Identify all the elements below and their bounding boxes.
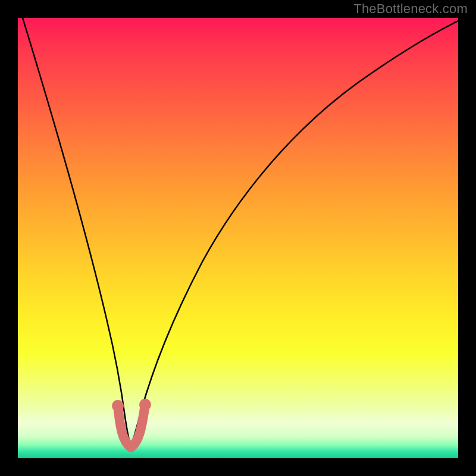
- svg-point-0: [117, 405, 119, 407]
- chart-frame: TheBottleneck.com: [0, 0, 476, 476]
- svg-point-1: [144, 403, 146, 406]
- plot-area: [18, 18, 458, 458]
- chart-svg: [18, 18, 458, 458]
- watermark-text: TheBottleneck.com: [353, 1, 468, 17]
- valley-marker: [117, 403, 146, 447]
- bottleneck-curve: [23, 18, 458, 446]
